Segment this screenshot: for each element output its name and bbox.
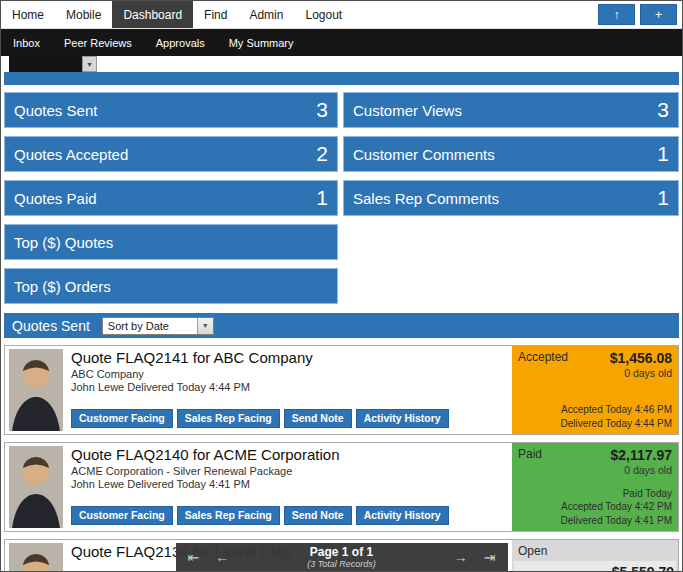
last-page-icon[interactable]: ⇥ (484, 550, 496, 564)
subnav-item-approvals[interactable]: Approvals (144, 37, 217, 49)
pager-page-label: Page 1 of 1 (307, 545, 376, 559)
send-note-button[interactable]: Send Note (284, 409, 352, 428)
quote-age: 0 days old (518, 464, 672, 476)
tab-logout[interactable]: Logout (294, 1, 353, 28)
summary-tiles: Quotes Sent 3 Customer Views 3 Quotes Ac… (4, 92, 679, 304)
subnav-item-my-summary[interactable]: My Summary (217, 37, 306, 49)
tile-label: Customer Views (353, 102, 462, 119)
quote-actions: Customer Facing Sales Rep Facing Send No… (71, 506, 449, 525)
history-line: Delivered Today 4:44 PM (518, 417, 672, 431)
tile-label: Top ($) Quotes (14, 234, 113, 251)
tile-label: Quotes Paid (14, 190, 97, 207)
sub-nav: Inbox Peer Reviews Approvals My Summary (1, 29, 682, 56)
top-nav: Home Mobile Dashboard Find Admin Logout … (1, 1, 682, 29)
pager-records-label: (3 Total Records) (307, 559, 376, 569)
group-filter-dropdown[interactable]: ▼ (9, 56, 97, 72)
history-line: Accepted Today 4:42 PM (518, 500, 672, 514)
avatar-photo (9, 543, 63, 572)
customer-facing-button[interactable]: Customer Facing (71, 409, 173, 428)
tile-label: Customer Comments (353, 146, 495, 163)
tile-value: 1 (657, 142, 669, 166)
tile-customer-views[interactable]: Customer Views 3 (343, 92, 679, 128)
quote-card: Quote FLAQ2140 for ACME Corporation ACME… (4, 442, 679, 532)
quote-delivery-info: John Lewe Delivered Today 4:44 PM (71, 381, 506, 393)
avatar-photo (9, 349, 63, 431)
tab-admin[interactable]: Admin (238, 1, 294, 28)
tab-mobile[interactable]: Mobile (55, 1, 112, 28)
customer-facing-button[interactable]: Customer Facing (71, 506, 173, 525)
tile-value: 3 (316, 98, 328, 122)
tile-value: 1 (316, 186, 328, 210)
avatar (9, 446, 63, 528)
plus-icon: + (655, 8, 662, 22)
pager: ⇤ ← Page 1 of 1 (3 Total Records) → ⇥ (176, 543, 508, 571)
history-line: Paid Today (518, 487, 672, 501)
sales-rep-facing-button[interactable]: Sales Rep Facing (177, 506, 280, 525)
avatar (9, 349, 63, 431)
subnav-item-peer-reviews[interactable]: Peer Reviews (52, 37, 144, 49)
tab-home[interactable]: Home (1, 1, 55, 28)
tile-quotes-sent[interactable]: Quotes Sent 3 (4, 92, 338, 128)
tile-top-orders[interactable]: Top ($) Orders (4, 268, 338, 304)
avatar-photo (9, 446, 63, 528)
tile-customer-comments[interactable]: Customer Comments 1 (343, 136, 679, 172)
dashboard-screen: Home Mobile Dashboard Find Admin Logout … (0, 0, 683, 572)
quote-title: Quote FLAQ2140 for ACME Corporation (71, 446, 506, 463)
pager-right-controls: → ⇥ (454, 550, 496, 564)
next-page-icon[interactable]: → (454, 550, 468, 564)
upload-button[interactable]: ↑ (598, 4, 635, 25)
status-panel-paid: Paid $2,117.97 0 days old Paid Today Acc… (512, 443, 678, 531)
send-note-button[interactable]: Send Note (284, 506, 352, 525)
tile-label: Sales Rep Comments (353, 190, 499, 207)
quotes-section-header: Quotes Sent Sort by Date ▼ (4, 313, 679, 338)
top-nav-actions: ↑ + (598, 1, 682, 28)
tile-label: Top ($) Orders (14, 278, 111, 295)
quote-title: Quote FLAQ2141 for ABC Company (71, 349, 506, 366)
status-panel-accepted: Accepted $1,456.08 0 days old Accepted T… (512, 346, 678, 434)
status-badge: Paid (518, 447, 542, 461)
tile-quotes-paid[interactable]: Quotes Paid 1 (4, 180, 338, 216)
status-badge: Open (518, 544, 547, 558)
activity-history-button[interactable]: Activity History (356, 409, 449, 428)
tile-value: 3 (657, 98, 669, 122)
tile-value: 1 (657, 186, 669, 210)
section-title: Quotes Sent (12, 318, 90, 334)
chevron-down-icon: ▼ (82, 56, 97, 72)
activity-history-button[interactable]: Activity History (356, 506, 449, 525)
pager-status: Page 1 of 1 (3 Total Records) (307, 545, 376, 569)
quote-card: Quote FLAQ2141 for ABC Company ABC Compa… (4, 345, 679, 435)
sales-rep-facing-button[interactable]: Sales Rep Facing (177, 409, 280, 428)
tile-label: Quotes Sent (14, 102, 97, 119)
tab-dashboard[interactable]: Dashboard (112, 1, 193, 28)
quote-company: ACME Corporation - Silver Renewal Packag… (71, 465, 506, 477)
tab-find[interactable]: Find (193, 1, 238, 28)
divider-strip (4, 72, 679, 85)
quote-amount: $5,559.79 (612, 564, 674, 572)
up-arrow-icon: ↑ (614, 8, 620, 22)
filter-row: ▼ (1, 56, 682, 72)
quote-amount: $2,117.97 (610, 447, 672, 463)
sort-dropdown[interactable]: Sort by Date ▼ (102, 317, 214, 335)
tile-value: 2 (316, 142, 328, 166)
status-panel-open: Open $5,559.79 (512, 540, 678, 572)
history-line: Accepted Today 4:46 PM (518, 403, 672, 417)
tile-top-quotes[interactable]: Top ($) Quotes (4, 224, 338, 260)
quote-amount: $1,456.08 (610, 350, 672, 366)
tile-label: Quotes Accepted (14, 146, 128, 163)
quote-card-main: Quote FLAQ2141 for ABC Company ABC Compa… (63, 346, 512, 434)
quote-actions: Customer Facing Sales Rep Facing Send No… (71, 409, 449, 428)
subnav-item-inbox[interactable]: Inbox (1, 37, 52, 49)
first-page-icon[interactable]: ⇤ (188, 550, 200, 564)
pager-left-controls: ⇤ ← (188, 550, 230, 564)
history-line: Delivered Today 4:41 PM (518, 514, 672, 528)
tile-sales-rep-comments[interactable]: Sales Rep Comments 1 (343, 180, 679, 216)
tile-quotes-accepted[interactable]: Quotes Accepted 2 (4, 136, 338, 172)
quote-company: ABC Company (71, 368, 506, 380)
quote-delivery-info: John Lewe Delivered Today 4:41 PM (71, 478, 506, 490)
status-badge: Accepted (518, 350, 568, 364)
sort-dropdown-value: Sort by Date (103, 320, 197, 332)
avatar (9, 543, 63, 572)
quote-card-main: Quote FLAQ2140 for ACME Corporation ACME… (63, 443, 512, 531)
prev-page-icon[interactable]: ← (215, 550, 229, 564)
add-button[interactable]: + (640, 4, 677, 25)
